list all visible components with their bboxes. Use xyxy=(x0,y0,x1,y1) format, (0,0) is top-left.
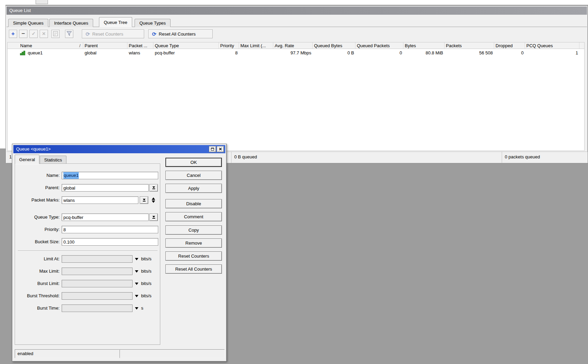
limit-at-label: Limit At: xyxy=(16,255,60,263)
column-header-pcq-queues[interactable]: PCQ Queues xyxy=(525,42,579,49)
statusbar-queued-bytes: 0 B queued xyxy=(231,152,502,163)
queue-dialog-titlebar[interactable]: Queue <queue1> xyxy=(13,145,225,153)
queue-list-title: Queue List xyxy=(9,8,31,13)
burst-limit-input[interactable] xyxy=(62,280,133,287)
comment-button[interactable] xyxy=(51,30,60,38)
disable-button[interactable]: ✕ xyxy=(40,30,48,38)
packet-marks-dropdown-button[interactable] xyxy=(140,196,148,204)
disable-button[interactable]: Disable xyxy=(165,199,222,208)
column-header-name[interactable]: Name / xyxy=(13,42,83,49)
reset-all-counters-icon: ⟳ xyxy=(152,31,157,37)
tab-interface-queues[interactable]: Interface Queues xyxy=(49,19,93,27)
packet-marks-updown-control[interactable] xyxy=(150,196,157,204)
maximize-icon xyxy=(211,148,214,151)
add-button[interactable]: + xyxy=(9,30,17,38)
dialog-status-enabled: enabled xyxy=(15,349,120,358)
tab-statistics[interactable]: Statistics xyxy=(40,156,66,164)
cancel-button[interactable]: Cancel xyxy=(165,171,222,180)
column-header-packet-marks[interactable]: Packet ... xyxy=(127,42,153,49)
window-fragment xyxy=(36,0,48,4)
row-pcq-queues-cell: 1 xyxy=(525,50,579,55)
name-input[interactable]: queue1 xyxy=(62,172,158,179)
reset-all-counters-button[interactable]: Reset All Counters xyxy=(165,264,222,274)
max-limit-input[interactable] xyxy=(62,268,133,275)
row-bytes-cell: 80.8 MiB xyxy=(403,50,445,55)
tab-queue-tree[interactable]: Queue Tree xyxy=(99,17,132,27)
column-header-priority[interactable]: Priority xyxy=(219,42,239,49)
queue-type-label: Queue Type: xyxy=(16,213,60,221)
queue-type-input[interactable] xyxy=(62,213,149,221)
apply-button[interactable]: Apply xyxy=(165,184,222,193)
parent-dropdown-button[interactable] xyxy=(149,184,158,192)
burst-limit-label: Burst Limit: xyxy=(16,280,60,287)
remove-button[interactable]: Remove xyxy=(165,238,222,248)
row-packet-marks-cell: wlans xyxy=(127,50,153,55)
dropdown-icon xyxy=(152,216,155,218)
max-limit-unit-dropdown-icon[interactable] xyxy=(135,270,138,273)
column-header-parent[interactable]: Parent xyxy=(83,42,127,49)
column-header-dropped[interactable]: Dropped xyxy=(494,42,525,49)
name-label: Name: xyxy=(16,172,60,179)
dropdown-icon-bar xyxy=(152,218,155,219)
dropdown-icon-bar xyxy=(152,188,155,189)
burst-threshold-input[interactable] xyxy=(62,292,133,300)
row-dropped-cell: 0 xyxy=(494,50,525,55)
limit-at-input[interactable] xyxy=(62,255,133,263)
row-queue-type-cell: pcq-buffer xyxy=(153,50,219,55)
bucket-size-input[interactable] xyxy=(62,238,158,246)
up-arrow-icon xyxy=(152,197,155,200)
copy-button[interactable]: Copy xyxy=(165,225,222,235)
close-button[interactable]: ✕ xyxy=(217,146,224,152)
row-packets-cell: 56 508 xyxy=(445,50,494,55)
down-arrow-icon xyxy=(152,200,155,203)
reset-all-counters-label: Reset All Counters xyxy=(159,31,196,37)
column-header-name-label: Name xyxy=(20,43,32,48)
reset-counters-button[interactable]: Reset Counters xyxy=(165,251,222,261)
column-header-queued-bytes[interactable]: Queued Bytes xyxy=(313,42,355,49)
reset-all-counters-toolbar-button[interactable]: ⟳ Reset All Counters xyxy=(148,29,213,38)
column-header-packets[interactable]: Packets xyxy=(445,42,494,49)
table-row[interactable]: queue1 global wlans pcq-buffer 8 97.7 Mb… xyxy=(8,49,584,56)
burst-time-unit-dropdown-icon[interactable] xyxy=(135,307,138,310)
dropdown-icon xyxy=(152,186,155,188)
burst-limit-unit-label: bits/s xyxy=(141,280,151,287)
bucket-size-label: Bucket Size: xyxy=(16,238,60,246)
comment-button[interactable]: Comment xyxy=(165,212,222,221)
burst-threshold-unit-dropdown-icon[interactable] xyxy=(135,295,138,297)
cross-icon: ✕ xyxy=(42,31,46,36)
column-header-queue-type[interactable]: Queue Type xyxy=(153,42,219,49)
background-window-left-strip xyxy=(0,0,5,148)
tab-simple-queues[interactable]: Simple Queues xyxy=(8,19,48,27)
tab-queue-types[interactable]: Queue Types xyxy=(135,19,171,27)
plus-icon: + xyxy=(11,30,15,37)
row-queued-bytes-cell: 0 B xyxy=(313,50,355,55)
packet-marks-label: Packet Marks: xyxy=(16,196,60,204)
burst-time-input[interactable] xyxy=(62,304,133,312)
remove-button[interactable]: − xyxy=(19,30,27,38)
column-header-queued-packets[interactable]: Queued Packets xyxy=(355,42,403,49)
reset-counters-toolbar-button[interactable]: ⟳ Reset Counters xyxy=(82,29,144,38)
ok-button[interactable]: OK xyxy=(165,158,222,167)
filter-button[interactable] xyxy=(65,30,73,38)
queue-list-window: Queue List Simple Queues Interface Queue… xyxy=(5,5,588,164)
queue-dialog-title: Queue <queue1> xyxy=(16,146,51,152)
packet-marks-input[interactable] xyxy=(62,196,138,204)
limit-at-unit-dropdown-icon[interactable] xyxy=(135,258,138,260)
maximize-button[interactable] xyxy=(209,146,216,152)
queue-type-dropdown-button[interactable] xyxy=(149,213,158,221)
parent-input[interactable] xyxy=(62,184,149,192)
burst-threshold-label: Burst Threshold: xyxy=(16,292,60,300)
column-header-max-limit[interactable]: Max Limit (... xyxy=(239,42,273,49)
burst-limit-unit-dropdown-icon[interactable] xyxy=(135,283,138,285)
background-window-strip xyxy=(0,0,588,5)
row-queued-packets-cell: 0 xyxy=(355,50,403,55)
statusbar-queued-packets: 0 packets queued xyxy=(502,152,588,163)
priority-input[interactable] xyxy=(62,226,158,233)
max-limit-label: Max Limit: xyxy=(16,268,60,275)
enable-button[interactable]: ✓ xyxy=(29,30,38,38)
burst-time-label: Burst Time: xyxy=(16,304,60,312)
tab-general[interactable]: General xyxy=(15,155,39,164)
column-header-bytes[interactable]: Bytes xyxy=(403,42,445,49)
column-header-avg-rate[interactable]: Avg. Rate xyxy=(273,42,313,49)
queue-list-titlebar[interactable]: Queue List xyxy=(7,6,587,15)
